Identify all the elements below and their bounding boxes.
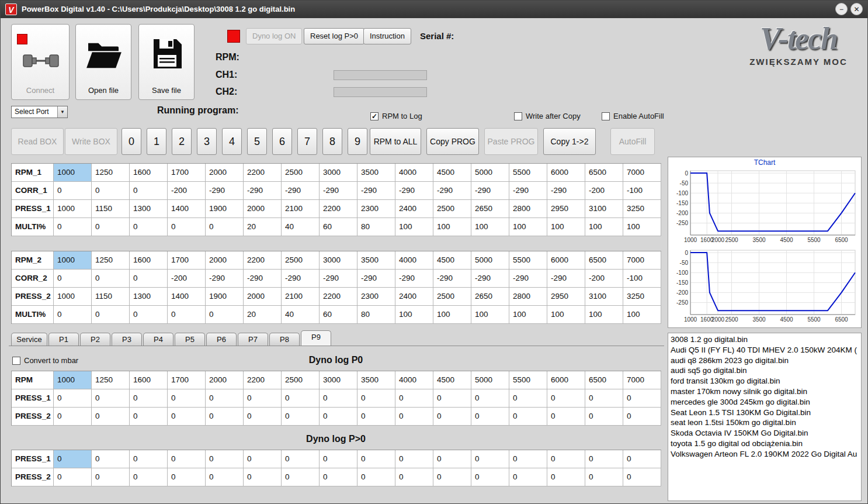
file-list-item[interactable]: master 170km nowy silnik go digital.bin xyxy=(669,386,860,397)
table-cell[interactable]: 0 xyxy=(92,182,130,200)
table-cell[interactable]: 6500 xyxy=(585,164,623,182)
table-cell[interactable]: 2650 xyxy=(471,200,509,218)
table-cell[interactable]: 0 xyxy=(54,468,92,486)
rpm-to-all-button[interactable]: RPM to ALL xyxy=(370,128,421,155)
table-cell[interactable]: 2100 xyxy=(282,288,320,306)
table-cell[interactable]: 6000 xyxy=(547,371,585,389)
instruction-button[interactable]: Instruction xyxy=(363,28,411,44)
table-cell[interactable]: 5000 xyxy=(471,371,509,389)
table-cell[interactable]: 100 xyxy=(509,218,547,236)
table-cell[interactable]: 3000 xyxy=(320,164,357,182)
table-cell[interactable]: 0 xyxy=(357,450,395,468)
table-cell[interactable]: 0 xyxy=(54,218,92,236)
table-cell[interactable]: 2200 xyxy=(244,164,282,182)
read-box-button[interactable]: Read BOX xyxy=(11,128,64,155)
file-list-item[interactable]: Seat Leon 1.5 TSI 130KM Go Digital.bin xyxy=(669,408,860,418)
table-cell[interactable]: 0 xyxy=(471,450,509,468)
table-cell[interactable]: 0 xyxy=(92,218,130,236)
table-cell[interactable]: 2800 xyxy=(509,200,547,218)
table-cell[interactable]: 2400 xyxy=(395,288,433,306)
table-cell[interactable]: -290 xyxy=(206,270,244,288)
table-cell[interactable]: 0 xyxy=(54,450,92,468)
table-cell[interactable]: 1300 xyxy=(130,288,168,306)
table-cell[interactable]: 0 xyxy=(585,389,623,408)
table-cell[interactable]: 100 xyxy=(471,218,509,236)
table-cell[interactable]: 0 xyxy=(206,218,244,236)
tab-p1[interactable]: P1 xyxy=(48,333,79,346)
program-button-9[interactable]: 9 xyxy=(348,128,367,155)
table-cell[interactable]: 20 xyxy=(244,306,282,324)
table-cell[interactable]: 0 xyxy=(244,450,282,468)
table-cell[interactable]: 2000 xyxy=(206,164,244,182)
table-cell[interactable]: 0 xyxy=(92,468,130,486)
table-cell[interactable]: 0 xyxy=(320,408,357,426)
chevron-down-icon[interactable]: ▼ xyxy=(57,106,67,118)
autofill-button[interactable]: AutoFill xyxy=(610,128,655,155)
table-cell[interactable]: 0 xyxy=(585,450,623,468)
table-cell[interactable]: 0 xyxy=(509,389,547,408)
table-cell[interactable]: 20 xyxy=(244,218,282,236)
table-cell[interactable]: 100 xyxy=(623,218,661,236)
file-list-item[interactable]: 3008 1.2 go digital.bin xyxy=(669,334,860,345)
table-cell[interactable]: 0 xyxy=(54,306,92,324)
table-cell[interactable]: 0 xyxy=(547,450,585,468)
write-after-copy-checkbox[interactable] xyxy=(514,112,522,120)
table-cell[interactable]: -200 xyxy=(168,182,206,200)
table-cell[interactable]: 100 xyxy=(509,306,547,324)
table-cell[interactable]: 2500 xyxy=(282,251,320,270)
table-cell[interactable]: 2800 xyxy=(509,288,547,306)
table-cell[interactable]: 2000 xyxy=(206,251,244,270)
table-cell[interactable]: 5000 xyxy=(471,164,509,182)
table-cell[interactable]: 1400 xyxy=(168,200,206,218)
table-cell[interactable]: -290 xyxy=(320,270,357,288)
table-cell[interactable]: 3100 xyxy=(585,288,623,306)
table-cell[interactable]: 0 xyxy=(130,270,168,288)
table-cell[interactable]: 0 xyxy=(509,450,547,468)
program-button-6[interactable]: 6 xyxy=(272,128,292,155)
table-cell[interactable]: 6500 xyxy=(585,251,623,270)
table-cell[interactable]: 0 xyxy=(206,468,244,486)
table-cell[interactable]: 0 xyxy=(168,468,206,486)
table-cell[interactable]: -290 xyxy=(547,270,585,288)
table-cell[interactable]: 6000 xyxy=(547,251,585,270)
table-cell[interactable]: 0 xyxy=(547,468,585,486)
table-cell[interactable]: 100 xyxy=(433,306,471,324)
table-cell[interactable]: 0 xyxy=(433,389,471,408)
table-cell[interactable]: -290 xyxy=(282,182,320,200)
table-cell[interactable]: 2300 xyxy=(357,288,395,306)
table-cell[interactable]: 1900 xyxy=(206,200,244,218)
select-port-dropdown[interactable]: Select Port ▼ xyxy=(11,106,68,118)
table-cell[interactable]: 4500 xyxy=(433,164,471,182)
table-cell[interactable]: -290 xyxy=(244,182,282,200)
table-cell[interactable]: 100 xyxy=(547,306,585,324)
table-cell[interactable]: 40 xyxy=(282,306,320,324)
enable-autofill-option[interactable]: Enable AutoFill xyxy=(602,112,664,120)
table-cell[interactable]: 1700 xyxy=(168,371,206,389)
table-cell[interactable]: 2000 xyxy=(244,288,282,306)
table-cell[interactable]: 0 xyxy=(130,389,168,408)
table-cell[interactable]: 0 xyxy=(168,450,206,468)
rpm-to-log-option[interactable]: ✓ RPM to Log xyxy=(370,112,422,120)
table-cell[interactable]: -290 xyxy=(206,182,244,200)
table-cell[interactable]: 1250 xyxy=(92,251,130,270)
table-cell[interactable]: 100 xyxy=(471,306,509,324)
table-cell[interactable]: 0 xyxy=(282,468,320,486)
table-cell[interactable]: 0 xyxy=(206,408,244,426)
table-cell[interactable]: 0 xyxy=(92,306,130,324)
table-cell[interactable]: 0 xyxy=(244,468,282,486)
tab-p2[interactable]: P2 xyxy=(80,333,110,346)
table-cell[interactable]: 0 xyxy=(282,389,320,408)
table-cell[interactable]: 3500 xyxy=(357,251,395,270)
table-cell[interactable]: 0 xyxy=(54,389,92,408)
close-button[interactable]: ✕ xyxy=(850,3,863,15)
table-cell[interactable]: 0 xyxy=(395,389,433,408)
table-cell[interactable]: 0 xyxy=(54,270,92,288)
table-cell[interactable]: 1250 xyxy=(92,371,130,389)
table-cell[interactable]: 0 xyxy=(623,389,661,408)
table-cell[interactable]: 0 xyxy=(471,389,509,408)
table-cell[interactable]: 0 xyxy=(547,389,585,408)
copy-1-to-2-button[interactable]: Copy 1->2 xyxy=(543,128,596,155)
table-cell[interactable]: 0 xyxy=(168,389,206,408)
table-cell[interactable]: 0 xyxy=(509,408,547,426)
table-cell[interactable]: 0 xyxy=(395,450,433,468)
